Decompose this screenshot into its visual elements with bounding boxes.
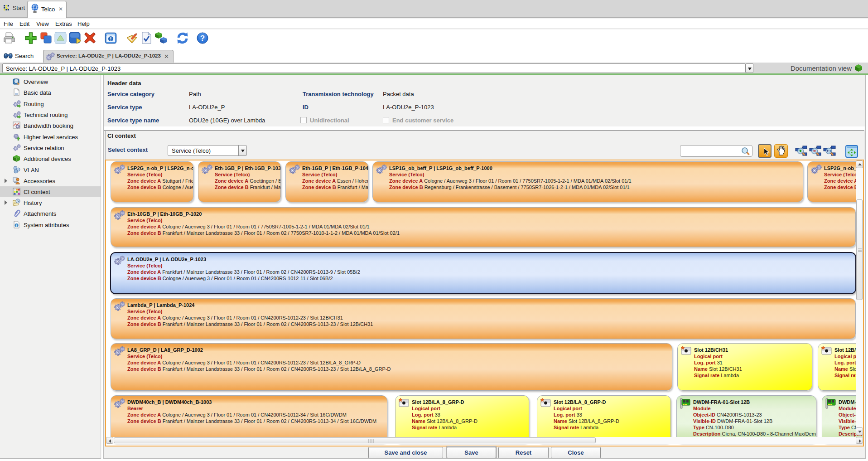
svg-text:1:1: 1:1 [826,150,831,153]
svg-text:i: i [16,223,17,228]
svg-text:?: ? [200,34,205,43]
